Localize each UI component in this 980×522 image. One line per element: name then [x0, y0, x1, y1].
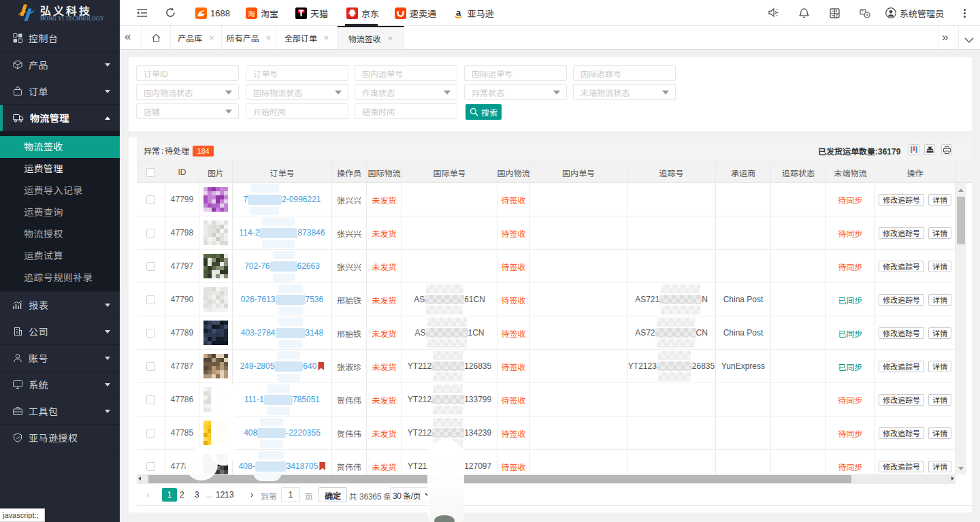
- svg-text:淘: 淘: [248, 7, 255, 18]
- svg-text:a: a: [456, 7, 461, 18]
